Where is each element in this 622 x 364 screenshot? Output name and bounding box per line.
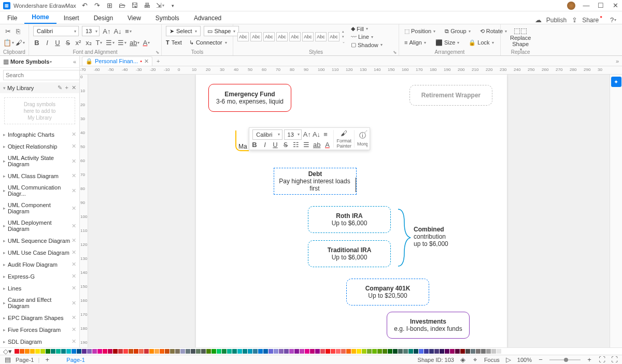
shape-debt[interactable]: Debt Pay highest interest loads first <box>274 168 357 195</box>
color-swatch[interactable] <box>440 349 444 354</box>
fullscreen-icon[interactable]: ⛶ <box>611 356 618 363</box>
color-swatch[interactable] <box>268 349 273 354</box>
mylibrary-label[interactable]: My Library <box>7 85 34 91</box>
color-swatch[interactable] <box>372 349 377 354</box>
category-item[interactable]: ▸UML Class Diagram✕ <box>0 170 79 182</box>
color-swatch[interactable] <box>497 349 501 354</box>
category-item[interactable]: ▸UML Component Diagram✕ <box>0 199 79 217</box>
copy-icon[interactable]: ⎘ <box>15 27 22 35</box>
float-italic-icon[interactable]: I <box>261 141 268 149</box>
position-menu[interactable]: ⬚ Position▾ <box>403 27 436 35</box>
zoom-slider[interactable] <box>549 359 581 360</box>
color-swatch[interactable] <box>346 349 351 354</box>
align-text-icon[interactable]: ≡▾ <box>125 27 132 35</box>
float-fontcolor-icon[interactable]: A <box>323 141 331 149</box>
color-swatch[interactable] <box>175 349 180 354</box>
color-swatch[interactable] <box>393 349 398 354</box>
menu-file[interactable]: File <box>0 12 24 24</box>
color-swatch[interactable] <box>149 349 154 354</box>
canvas[interactable]: Emergency Fund 3-6 mo, expenses, liquid … <box>88 75 610 347</box>
color-swatch[interactable] <box>383 349 387 354</box>
align-menu[interactable]: ≡ Align▾ <box>403 39 427 46</box>
shape-emergency-fund[interactable]: Emergency Fund 3-6 mo, expenses, liquid <box>208 84 291 112</box>
category-item[interactable]: ▸SDL Diagram✕ <box>0 336 79 347</box>
color-swatch[interactable] <box>51 349 55 354</box>
italic-icon[interactable]: I <box>44 39 51 47</box>
collapse-sidebar-icon[interactable]: « <box>73 59 76 65</box>
color-swatch[interactable] <box>108 349 112 354</box>
ai-assistant-icon[interactable]: ✦ <box>611 77 621 87</box>
color-swatch[interactable] <box>320 349 325 354</box>
save-icon[interactable]: 🖫 <box>131 2 138 9</box>
category-item[interactable]: ▸Cause and Effect Diagram✕ <box>0 294 79 312</box>
color-swatch[interactable] <box>87 349 92 354</box>
color-swatch[interactable] <box>61 349 66 354</box>
color-swatch[interactable] <box>40 349 45 354</box>
paste-icon[interactable]: 📋▾ <box>4 39 13 47</box>
color-swatch[interactable] <box>331 349 335 354</box>
color-swatch[interactable] <box>476 349 480 354</box>
category-item[interactable]: ▸Audit Flow Diagram✕ <box>0 258 79 270</box>
color-swatch[interactable] <box>429 349 434 354</box>
fit-page-icon[interactable]: ⛶ <box>598 356 605 363</box>
color-swatch[interactable] <box>20 349 24 354</box>
symbol-search-input[interactable] <box>3 70 80 80</box>
style-scroll-down-icon[interactable]: ▾ <box>342 35 345 39</box>
float-expand-icon[interactable]: ▾ <box>366 144 368 149</box>
color-swatch[interactable] <box>227 349 232 354</box>
category-item[interactable]: ▸Object Relationship✕ <box>0 140 79 152</box>
style-preset[interactable]: Abc <box>276 32 288 41</box>
select-tool[interactable]: ➤Select▾ <box>166 26 201 36</box>
cut-icon[interactable]: ✂ <box>4 27 11 35</box>
color-swatch[interactable] <box>180 349 185 354</box>
color-swatch[interactable] <box>274 349 278 354</box>
bold-icon[interactable]: B <box>33 39 40 47</box>
color-swatch[interactable] <box>455 349 460 354</box>
color-swatch[interactable] <box>481 349 486 354</box>
zoom-label[interactable]: 100% <box>517 357 532 363</box>
maximize-icon[interactable]: ☐ <box>597 2 604 9</box>
new-tab-icon[interactable]: + <box>157 58 160 64</box>
size-menu[interactable]: ⬛ Size▾ <box>434 39 460 47</box>
color-swatch[interactable] <box>424 349 429 354</box>
lib-edit-icon[interactable]: ✎ <box>58 84 62 91</box>
open-icon[interactable]: 🗁 <box>119 2 126 9</box>
float-size-select[interactable]: 13 <box>284 129 302 140</box>
color-swatch[interactable] <box>243 349 247 354</box>
color-swatch[interactable] <box>294 349 299 354</box>
category-item[interactable]: ▸UML Deployment Diagram✕ <box>0 217 79 235</box>
color-swatch[interactable] <box>165 349 169 354</box>
style-preset[interactable]: Abc <box>315 32 327 41</box>
font-family-select[interactable]: Calibri <box>33 26 79 36</box>
line-menu[interactable]: 〰 Line▾ <box>350 33 384 40</box>
color-swatch[interactable] <box>25 349 30 354</box>
color-swatch[interactable] <box>129 349 133 354</box>
category-item[interactable]: ▸EPC Diagram Shapes✕ <box>0 312 79 324</box>
color-swatch[interactable] <box>30 349 35 354</box>
color-swatch[interactable] <box>92 349 97 354</box>
close-tab-icon[interactable]: ✕ <box>144 58 149 65</box>
float-pin-icon[interactable]: ⤢ <box>364 129 368 134</box>
lib-close-icon[interactable]: ✕ <box>72 84 76 91</box>
float-format-painter[interactable]: 🖌 Format Painter <box>336 129 351 149</box>
document-tab[interactable]: 🔒 Personal Finan... • ✕ <box>82 56 152 66</box>
palette-picker-icon[interactable]: ◇▾ <box>3 347 12 355</box>
style-preset[interactable]: Abc <box>250 32 262 41</box>
group-menu[interactable]: ⧉ Group▾ <box>444 27 472 35</box>
style-preset[interactable]: Abc <box>328 32 340 41</box>
shape-ma-selected[interactable]: Ma <box>235 130 249 151</box>
connector-tool[interactable]: ↳Connector▾ <box>189 39 227 46</box>
color-swatch[interactable] <box>419 349 423 354</box>
color-swatch[interactable] <box>289 349 294 354</box>
category-item[interactable]: ▸UML Activity State Diagram✕ <box>0 152 79 170</box>
color-swatch[interactable] <box>66 349 71 354</box>
color-swatch[interactable] <box>450 349 455 354</box>
shape-company-401k[interactable]: Company 401K Up to $20,500 <box>346 279 429 305</box>
float-font-select[interactable]: Calibri <box>252 129 282 140</box>
color-swatch[interactable] <box>279 349 284 354</box>
color-swatch[interactable] <box>118 349 123 354</box>
color-swatch[interactable] <box>15 349 19 354</box>
highlight-icon[interactable]: ab▾ <box>130 39 139 47</box>
color-swatch[interactable] <box>253 349 258 354</box>
style-preset[interactable]: Abc <box>302 32 314 41</box>
